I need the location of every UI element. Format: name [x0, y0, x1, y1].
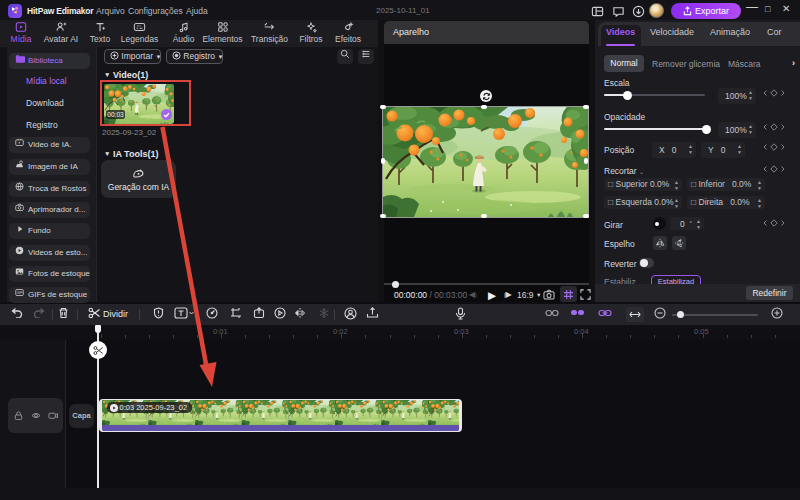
svg-text:GIF: GIF	[17, 291, 23, 295]
